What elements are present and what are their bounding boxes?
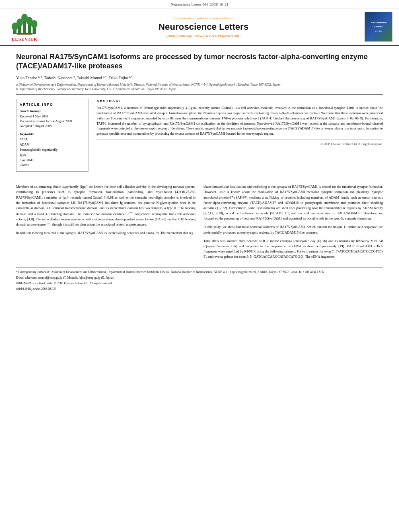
keywords-label: Keywords: <box>20 132 85 136</box>
corresponding-footnote: * Corresponding authors at: Divisions of… <box>16 270 383 274</box>
journal-header: ELSEVIER Contents lists available at Sci… <box>0 8 399 46</box>
sciencedirect-link-text[interactable]: ScienceDirect <box>212 16 232 20</box>
affiliation-a: a Division of Development and Differenti… <box>16 82 383 87</box>
svg-rect-2 <box>23 20 26 34</box>
elsevier-brand-text: ELSEVIER <box>12 37 37 41</box>
abstract-section: ABSTRACT RA175/SynCAM1, a member of immu… <box>97 99 383 172</box>
article-info-col: ARTICLE INFO Article history: Received 4… <box>16 99 88 172</box>
authors-text: Yuko Tanabe a, b, Tadashi Kasahara b, Ta… <box>16 76 132 80</box>
abstract-heading: ABSTRACT <box>97 99 383 103</box>
keywords-section: Keywords: TACE ADAM Immunoglobulin super… <box>20 132 85 168</box>
abstract-text: RA175/SynCAM1, a member of immunoglobuli… <box>97 105 383 136</box>
homepage-url[interactable]: www.elsevier.com/locate/neulet <box>194 34 241 38</box>
doi-footnote: doi:10.1016/j.neulet.2008.08.023 <box>16 287 383 291</box>
article-info-heading: ARTICLE INFO <box>20 103 85 107</box>
article-info-abstract: ARTICLE INFO Article history: Received 4… <box>16 95 383 176</box>
sciencedirect-line: Contents lists available at ScienceDirec… <box>47 16 360 20</box>
email-footnote: E-mail addresses: momoi@ncnp.go.jp (T. M… <box>16 275 383 280</box>
article-history: Article history: Received 4 May 2008 Rec… <box>20 109 85 129</box>
revised-date: Received in revised form 4 August 2008 <box>20 119 85 124</box>
journal-title: Neuroscience Letters <box>47 22 360 32</box>
journal-center: Contents lists available at ScienceDirec… <box>43 16 364 38</box>
body-columns: Members of an immunoglobulin superfamily… <box>16 184 383 263</box>
authors-line: Yuko Tanabe a, b, Tadashi Kasahara b, Ta… <box>16 75 383 80</box>
received-date: Received 4 May 2008 <box>20 114 85 119</box>
svg-point-9 <box>31 20 37 28</box>
elsevier-tree-icon <box>10 12 39 35</box>
affiliation-b: b Department of Biochemistry, Faculty of… <box>16 87 383 91</box>
citation-bar: Neuroscience Letters 444 (2008) 16–21 <box>0 0 399 8</box>
main-content: Neuronal RA175/SynCAM1 isoforms are proc… <box>0 46 399 292</box>
article-title-section: Neuronal RA175/SynCAM1 isoforms are proc… <box>16 46 383 95</box>
citation-text: Neuroscience Letters 444 (2008) 16–21 <box>171 2 228 6</box>
copyright-line: © 2008 Elsevier Ireland Ltd. All rights … <box>97 140 383 146</box>
keyword-igsf4: Igsf4 <box>20 153 85 158</box>
body-p3: ulates intracellular localization and tr… <box>204 184 383 221</box>
svg-rect-10 <box>16 33 33 35</box>
affiliations: a Division of Development and Differenti… <box>16 82 383 91</box>
page-container: Neuroscience Letters 444 (2008) 16–21 EL… <box>0 0 399 532</box>
body-p2: In addition to being localized at the sy… <box>16 230 195 236</box>
keyword-tace: TACE <box>20 137 85 142</box>
keyword-cadm1: Cadm1 <box>20 163 85 168</box>
body-p4: In this study, we show that most neurona… <box>204 224 383 235</box>
body-right-col: ulates intracellular localization and tr… <box>204 184 383 263</box>
body-left-col: Members of an immunoglobulin superfamily… <box>16 184 195 263</box>
history-label: Article history: <box>20 109 85 113</box>
journal-thumbnail: NeuroscienceLetters Vol 444 <box>364 12 393 42</box>
body-p5: Total RNA was isolated from neurons of I… <box>204 238 383 260</box>
elsevier-logo: ELSEVIER <box>6 12 43 41</box>
body-section: Members of an immunoglobulin superfamily… <box>16 180 383 263</box>
article-info-box: ARTICLE INFO Article history: Received 4… <box>16 99 88 172</box>
keyword-igsf: Immunoglobulin superfamily <box>20 148 85 153</box>
article-title: Neuronal RA175/SynCAM1 isoforms are proc… <box>16 52 383 71</box>
keyword-adam: ADAM <box>20 142 85 148</box>
accepted-date: Accepted 5 August 2008 <box>20 124 85 129</box>
journal-homepage: journal homepage: www.elsevier.com/locat… <box>47 34 360 38</box>
keyword-syncam1: SynCAM1 <box>20 158 85 163</box>
issn-footnote: 0304-3940/$ – see front matter © 2008 El… <box>16 281 383 286</box>
body-p1: Members of an immunoglobulin superfamily… <box>16 184 195 227</box>
footnotes-section: * Corresponding authors at: Divisions of… <box>16 267 383 292</box>
